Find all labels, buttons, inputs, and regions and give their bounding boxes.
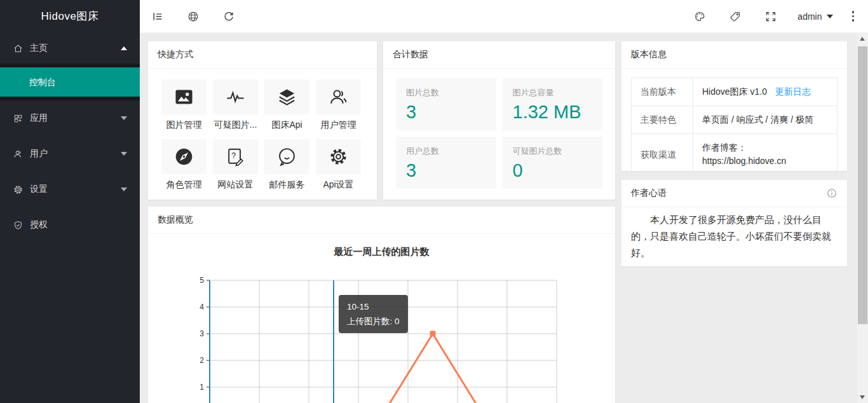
fullscreen-button[interactable]	[753, 0, 789, 33]
svg-text:4: 4	[200, 303, 204, 311]
svg-text:2: 2	[200, 356, 204, 365]
author-card: 作者心语 本人开发了很多开源免费产品，没什么目的，只是喜欢自己造轮子。小坏蛋们不…	[621, 180, 847, 266]
vertical-scrollbar	[857, 33, 868, 403]
shortcut-api[interactable]: 图床Api	[264, 79, 309, 131]
card-title: 版本信息	[621, 41, 847, 69]
card-title: 合计数据	[383, 41, 615, 69]
tag-icon	[729, 10, 742, 23]
sidebar-item-label: 应用	[30, 113, 48, 124]
svg-text:5: 5	[200, 276, 204, 285]
shortcut-user-manage[interactable]: 用户管理	[316, 79, 361, 131]
sidebar-submenu-home: 控制台	[0, 64, 140, 100]
sidebar-item-home[interactable]: 主页	[0, 33, 140, 64]
author-quote: 本人开发了很多开源免费产品，没什么目的，只是喜欢自己造轮子。小坏蛋们不要倒卖就好…	[631, 212, 837, 261]
tag-button[interactable]	[717, 0, 753, 33]
chart-tooltip: 10-15 上传图片数: 0	[339, 295, 408, 333]
card-title: 数据概览	[148, 207, 615, 234]
chat-icon	[264, 139, 309, 174]
chart-tooltip-category: 10-15	[347, 299, 400, 314]
gear-icon	[316, 139, 361, 174]
shortcut-suspicious-images[interactable]: 可疑图片...	[213, 79, 258, 131]
home-icon	[13, 43, 24, 54]
scroll-down-arrow[interactable]	[860, 395, 865, 399]
refresh-button[interactable]	[211, 0, 247, 33]
stat-suspicious-images: 可疑图片总数 0	[503, 137, 603, 189]
version-value: Hidove图床 v1.0	[702, 86, 767, 97]
topbar-right: admin	[682, 0, 868, 33]
channel-label: 作者博客：	[702, 142, 747, 153]
compass-icon	[161, 139, 207, 174]
shortcut-site-settings[interactable]: ? 网站设置	[213, 139, 258, 191]
svg-text:?: ?	[231, 151, 236, 160]
user-icon	[13, 149, 24, 160]
content-area: 快捷方式 图片管理 可疑图片... 图床Api	[140, 33, 857, 403]
table-row: 获取渠道 作者博客：https://blog.hidove.cn	[632, 134, 837, 175]
totals-card: 合计数据 图片总数 3 图片总容量 1.32 MB 用户总数 3 可疑图片总数 …	[383, 41, 615, 200]
overview-card: 数据概览 最近一周上传的图片数 12345 10-15 上传图片数: 0	[148, 207, 615, 403]
chart-area: 最近一周上传的图片数 12345 10-15 上传图片数: 0	[148, 234, 615, 403]
stat-total-images: 图片总数 3	[396, 78, 496, 130]
stat-total-size: 图片总容量 1.32 MB	[503, 78, 603, 130]
scrollbar-thumb[interactable]	[858, 46, 867, 324]
language-button[interactable]	[175, 0, 211, 33]
caret-down-icon	[827, 15, 833, 18]
sidebar-item-apps[interactable]: 应用	[0, 100, 140, 136]
caret-up-icon	[121, 46, 127, 50]
sidebar-item-console[interactable]: 控制台	[0, 67, 140, 97]
author-signature: —— Ivey （www.hidove.cn）	[631, 266, 837, 266]
palette-icon	[693, 10, 706, 23]
shortcut-role-manage[interactable]: 角色管理	[161, 139, 207, 191]
globe-icon	[187, 10, 200, 23]
shortcut-mail-service[interactable]: 邮件服务	[264, 139, 309, 191]
caret-down-icon	[121, 116, 127, 120]
collapse-sidebar-button[interactable]	[140, 0, 175, 33]
shortcut-grid: 图片管理 可疑图片... 图床Api 用户管理	[148, 69, 377, 191]
card-title: 快捷方式	[148, 41, 377, 69]
more-menu-button[interactable]	[842, 11, 865, 22]
sidebar-menu: 主页 控制台 应用 用户 设置	[0, 33, 140, 243]
pulse-icon	[213, 79, 258, 114]
svg-text:1: 1	[200, 383, 204, 392]
caret-down-icon	[121, 188, 127, 191]
changelog-link[interactable]: 更新日志	[775, 86, 811, 97]
username: admin	[797, 11, 822, 22]
shortcut-image-manage[interactable]: 图片管理	[161, 79, 207, 131]
sidebar-item-label: 主页	[30, 43, 48, 54]
topbar: admin	[140, 0, 868, 33]
layers-icon	[264, 79, 309, 114]
image-icon	[161, 79, 207, 114]
table-row: 主要特色 单页面 / 响应式 / 清爽 / 极简	[632, 106, 837, 134]
shortcuts-card: 快捷方式 图片管理 可疑图片... 图床Api	[148, 41, 377, 200]
caret-down-icon	[121, 152, 127, 156]
refresh-icon	[222, 10, 235, 23]
menu-fold-icon	[151, 10, 164, 23]
table-row: 当前版本 Hidove图床 v1.0更新日志	[632, 78, 837, 106]
sidebar-item-label: 用户	[30, 148, 48, 160]
app-logo: Hidove图床	[0, 0, 140, 33]
sidebar-item-label: 授权	[30, 219, 48, 231]
version-table: 当前版本 Hidove图床 v1.0更新日志 主要特色 单页面 / 响应式 / …	[631, 78, 837, 175]
blog-url: https://blog.hidove.cn	[702, 156, 786, 166]
svg-text:3: 3	[200, 329, 204, 338]
user-menu[interactable]: admin	[789, 0, 841, 33]
doc-question-icon: ?	[213, 139, 258, 174]
app-icon	[13, 113, 24, 124]
shortcut-api-settings[interactable]: Api设置	[316, 139, 361, 191]
sidebar-item-settings[interactable]: 设置	[0, 172, 140, 207]
sidebar-item-license[interactable]: 授权	[0, 207, 140, 243]
chart-tooltip-value: 上传图片数: 0	[347, 314, 400, 329]
theme-button[interactable]	[682, 0, 717, 33]
fullscreen-icon	[764, 10, 777, 23]
info-icon[interactable]	[826, 188, 837, 199]
stat-total-users: 用户总数 3	[396, 137, 496, 189]
more-vert-icon	[852, 11, 855, 13]
stats-grid: 图片总数 3 图片总容量 1.32 MB 用户总数 3 可疑图片总数 0	[383, 69, 615, 189]
shield-check-icon	[13, 220, 24, 231]
features-value: 单页面 / 响应式 / 清爽 / 极简	[693, 106, 837, 134]
chart-title: 最近一周上传的图片数	[148, 234, 615, 258]
sidebar-item-users[interactable]: 用户	[0, 136, 140, 172]
scroll-up-arrow[interactable]	[860, 37, 865, 41]
version-card: 版本信息 当前版本 Hidove图床 v1.0更新日志 主要特色 单页面 / 响…	[621, 41, 847, 171]
sidebar-item-label: 设置	[30, 184, 48, 195]
card-title: 作者心语	[631, 188, 667, 199]
